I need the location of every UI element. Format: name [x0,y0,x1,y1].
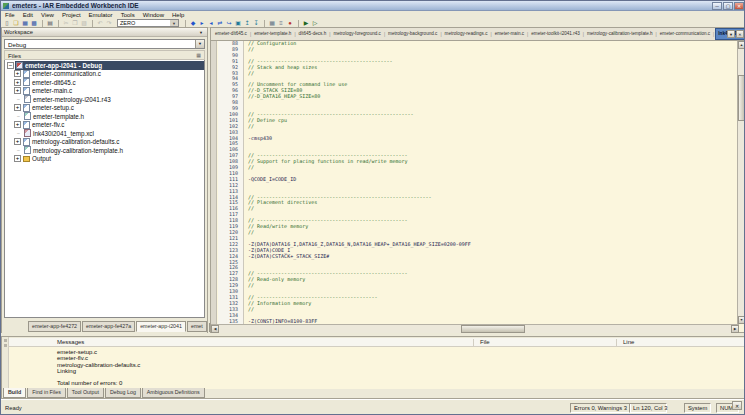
expand-plus-icon[interactable]: + [14,104,21,111]
close-document-icon[interactable]: ✕ [736,30,744,38]
workspace-tab-emeter-app-i2041[interactable]: emeter-app-i2041 [136,321,186,332]
menu-tools[interactable]: Tools [117,11,139,19]
menu-emulator[interactable]: Emulator [85,11,117,19]
print-icon[interactable]: ▤ [46,19,54,27]
workspace-tab-emeter-app-fe4272[interactable]: emeter-app-fe4272 [28,321,81,332]
make-icon[interactable]: ▦ [268,19,276,27]
toggle-bookmark-icon[interactable]: ▣ [234,19,242,27]
tree-item-label: emeter-template.h [33,113,84,120]
expand-plus-icon[interactable]: + [14,70,21,77]
download-and-debug-icon[interactable]: ▶ [302,19,310,27]
tree-item-emeter-main-c[interactable]: +emeter-main.c [5,87,204,96]
tree-item-row: metrology-calibration-defaults.c [22,138,204,147]
save-icon[interactable]: ▦ [21,19,29,27]
editor-tab-metrology-readings-c[interactable]: metrology-readings.c [443,29,490,39]
collapse-minus-icon[interactable]: − [7,62,14,69]
maximize-icon[interactable]: ▢ [723,2,733,10]
configuration-dropdown[interactable]: Debug ▼ [4,39,205,49]
find-next-icon[interactable]: ▸ [198,19,206,27]
tree-item-metrology-calibration-template-h[interactable]: –metrology-calibration-template.h [5,146,204,155]
editor-tab-emeter-dlt645-c[interactable]: emeter-dlt645.c [213,29,249,39]
compile-icon[interactable]: ≡ [277,19,285,27]
next-bookmark-icon[interactable]: ↧ [252,19,260,27]
tab-separator: | [384,32,385,37]
workspace-tab-emet[interactable]: emet [187,321,207,332]
expand-plus-icon[interactable]: + [14,79,21,86]
tree-connector: – [14,130,23,136]
file-column-header[interactable]: File [480,339,490,345]
output-tab-find-in-files[interactable]: Find in Files [27,388,66,398]
files-column-header[interactable]: Files ▦ [4,50,205,60]
find-previous-icon[interactable]: ◂ [207,19,215,27]
menu-help[interactable]: Help [168,11,188,19]
menu-edit[interactable]: Edit [19,11,37,19]
workspace-header[interactable]: Workspace ▼ [2,28,207,37]
tree-item-emeter-metrology-i2041-r43[interactable]: –emeter-metrology-i2041.r43 [5,95,204,104]
title-bar[interactable]: emeters - IAR Embedded Workbench IDE ─ ▢… [1,1,745,11]
previous-bookmark-icon[interactable]: ↥ [243,19,251,27]
tree-item-output[interactable]: +Output [5,155,204,164]
workspace-tab-emeter-app-fe427a[interactable]: emeter-app-fe427a [82,321,135,332]
tab-list-icon[interactable]: ▼ [727,30,735,38]
menu-file[interactable]: File [1,11,19,19]
tree-item-metrology-calibration-defaults-c[interactable]: +metrology-calibration-defaults.c [5,138,204,147]
tree-item-label: emeter-setup.c [32,104,74,111]
menu-window[interactable]: Window [139,11,168,19]
editor-tab-metrology-foreground-c[interactable]: metrology-foreground.c [331,29,383,39]
scroll-left-icon[interactable]: ◀ [211,325,219,333]
scroll-down-icon[interactable]: ▼ [738,316,745,324]
code-editor[interactable]: 88// Configuration89//9091// -----------… [211,41,739,324]
expand-plus-icon[interactable]: + [14,87,21,94]
minimize-icon[interactable]: ─ [712,2,722,10]
vertical-scrollbar[interactable]: ▲ ▼ [737,41,745,324]
stop-build-icon[interactable]: ● [286,19,294,27]
output-tab-debug-log[interactable]: Debug Log [105,388,141,398]
tree-item-emeter-dlt645-c[interactable]: +emeter-dlt645.c [5,78,204,87]
code-text [241,312,248,318]
editor-tab-metrology-background-c[interactable]: metrology-background.c [386,29,439,39]
open-file-icon[interactable]: ❏ [12,19,20,27]
expand-plus-icon[interactable]: + [14,138,21,145]
c-file-icon [23,121,30,129]
output-tab-ambiguous-definitions[interactable]: Ambiguous Definitions [142,388,205,398]
vertical-scroll-thumb[interactable] [738,75,745,121]
editor-tab-emeter-communication-c[interactable]: emeter-communication.c [658,29,712,39]
menu-project[interactable]: Project [58,11,85,19]
editor-tab-dlt645-decs-h[interactable]: dlt645-decs.h [297,29,329,39]
replace-icon[interactable]: ⇄ [216,19,224,27]
find-icon[interactable]: ◆ [189,19,197,27]
chevron-down-icon[interactable]: ▼ [170,20,178,26]
menu-view[interactable]: View [37,11,58,19]
line-column-header[interactable]: Line [623,339,634,345]
tree-item-emeter-flv-c[interactable]: +emeter-flv.c [5,121,204,130]
editor-tab-emeter-toolkit-i2041-r43[interactable]: emeter-toolkit-i2041.r43 [529,29,582,39]
debug-without-downloading-icon[interactable]: ▷ [311,19,319,27]
editor-tab-emeter-template-h[interactable]: emeter-template.h [252,29,293,39]
messages-column-header[interactable]: Messages [57,339,84,345]
scroll-right-icon[interactable]: ▶ [731,325,739,333]
tree-item-lnk430i2041-temp-xcl[interactable]: –lnk430i2041_temp.xcl [5,129,204,138]
editor-tab-emeter-main-c[interactable]: emeter-main.c [493,29,526,39]
editor-tab-metrology-calibration-template-h[interactable]: metrology-calibration-template.h [585,29,655,39]
chevron-down-icon[interactable]: ▼ [197,30,205,35]
go-to-icon[interactable]: ↪ [225,19,233,27]
new-document-icon[interactable]: ▯ [3,19,11,27]
expand-plus-icon[interactable]: + [14,155,21,162]
chevron-down-icon[interactable]: ▼ [195,40,204,48]
close-icon[interactable]: ✕ [734,2,744,10]
output-panel-close-icon[interactable]: ✕ [732,401,742,410]
tab-separator: | [583,32,584,37]
tree-item-emeter-communication-c[interactable]: +emeter-communication.c [5,70,204,79]
quick-search-combo[interactable]: ZERO▼ [117,19,179,27]
output-tab-build[interactable]: Build [3,388,26,398]
save-all-icon[interactable]: ▩ [30,19,38,27]
tree-item-emeter-setup-c[interactable]: +emeter-setup.c [5,104,204,113]
tab-separator: | [491,32,492,37]
output-tab-tool-output[interactable]: Tool Output [67,388,104,398]
horizontal-scrollbar[interactable]: ◀ ▶ [211,324,739,333]
horizontal-scroll-thumb[interactable] [461,325,525,333]
expand-plus-icon[interactable]: + [14,121,21,128]
tree-item-emeter-template-h[interactable]: –emeter-template.h [5,112,204,121]
scroll-up-icon[interactable]: ▲ [738,41,745,49]
tree-item-emeter-app-i2041-debug[interactable]: −emeter-app-i2041 - Debug [5,61,204,70]
